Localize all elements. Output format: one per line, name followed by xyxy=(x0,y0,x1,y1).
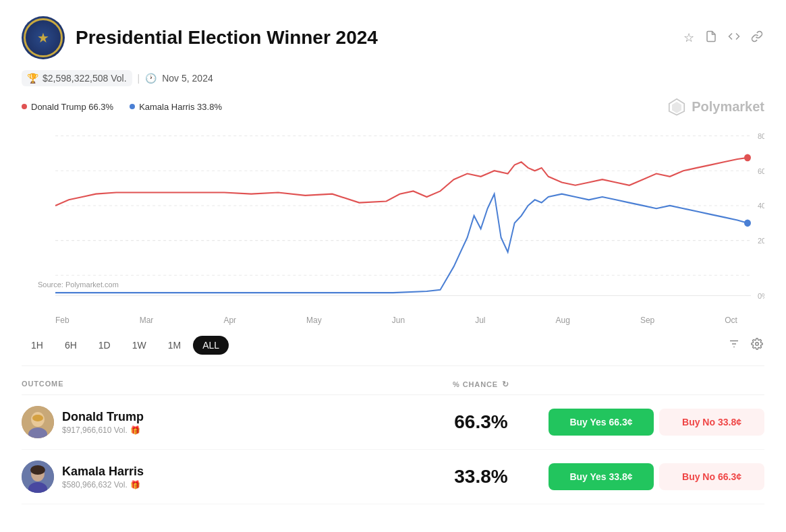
chart-source: Source: Polymarket.com xyxy=(35,279,121,290)
outcomes-table: OUTCOME % CHANCE ↻ Donald Trump $917,966… xyxy=(22,380,764,504)
page-title: Presidential Election Winner 2024 xyxy=(76,27,378,49)
svg-text:40%: 40% xyxy=(758,202,764,210)
svg-text:60%: 60% xyxy=(758,167,764,175)
x-axis: Feb Mar Apr May Jun Jul Aug Sep Oct xyxy=(22,316,764,325)
trump-chance: 66.3% xyxy=(414,411,549,433)
trump-avatar xyxy=(22,406,54,438)
harris-avatar xyxy=(22,461,54,493)
filter-icon[interactable] xyxy=(727,336,741,355)
x-label-may: May xyxy=(306,316,322,325)
col-header-outcome: OUTCOME xyxy=(22,380,414,389)
trump-buy-yes-button[interactable]: Buy Yes 66.3¢ xyxy=(549,409,654,436)
trump-buy-no-button[interactable]: Buy No 33.8¢ xyxy=(659,409,764,436)
x-label-sep: Sep xyxy=(640,316,654,325)
trump-action-buttons: Buy Yes 66.3¢ Buy No 33.8¢ xyxy=(549,409,764,436)
x-label-mar: Mar xyxy=(140,316,154,325)
svg-point-22 xyxy=(32,415,43,421)
election-logo xyxy=(22,16,65,59)
harris-candidate-info: Kamala Harris $580,966,632 Vol. 🎁 xyxy=(22,461,414,493)
volume-badge: 🏆 $2,598,322,508 Vol. xyxy=(22,70,132,86)
trump-name: Donald Trump xyxy=(62,410,144,424)
settings-icon[interactable] xyxy=(750,336,764,355)
trump-dot xyxy=(22,104,27,109)
x-label-apr: Apr xyxy=(223,316,236,325)
header-actions: ☆ xyxy=(682,29,764,47)
time-btn-1d[interactable]: 1D xyxy=(89,336,120,355)
outcome-row-harris: Kamala Harris $580,966,632 Vol. 🎁 33.8% … xyxy=(22,450,764,504)
harris-buy-yes-button[interactable]: Buy Yes 33.8¢ xyxy=(549,463,654,490)
svg-marker-1 xyxy=(672,102,681,113)
harris-legend-label: Kamala Harris 33.8% xyxy=(139,102,222,112)
x-label-aug: Aug xyxy=(556,316,570,325)
refresh-icon[interactable]: ↻ xyxy=(502,380,509,389)
time-btn-1h[interactable]: 1H xyxy=(22,336,53,355)
x-label-oct: Oct xyxy=(725,316,737,325)
trump-details: Donald Trump $917,966,610 Vol. 🎁 xyxy=(62,410,144,435)
svg-text:80%: 80% xyxy=(758,131,764,140)
time-btn-6h[interactable]: 6H xyxy=(55,336,86,355)
price-chart: 80% 60% 40% 20% 0% xyxy=(22,121,764,310)
harris-details: Kamala Harris $580,966,632 Vol. 🎁 xyxy=(62,465,144,490)
x-label-feb: Feb xyxy=(55,316,69,325)
trump-volume: $917,966,610 Vol. 🎁 xyxy=(62,425,144,435)
polymarket-logo: Polymarket xyxy=(667,97,764,116)
svg-point-26 xyxy=(30,465,45,475)
harris-dot xyxy=(130,104,135,109)
legend-trump: Donald Trump 66.3% xyxy=(22,102,113,112)
x-label-jun: Jun xyxy=(392,316,405,325)
gift-icon-2: 🎁 xyxy=(130,480,140,490)
col-header-chance: % CHANCE ↻ xyxy=(414,380,549,389)
meta-row: 🏆 $2,598,322,508 Vol. | 🕐 Nov 5, 2024 xyxy=(22,70,764,86)
time-btn-1m[interactable]: 1M xyxy=(159,336,190,355)
svg-text:0%: 0% xyxy=(758,291,764,299)
chart-control-icons xyxy=(727,336,764,355)
harris-volume: $580,966,632 Vol. 🎁 xyxy=(62,480,144,490)
trump-legend-label: Donald Trump 66.3% xyxy=(31,102,113,112)
harris-name: Kamala Harris xyxy=(62,465,144,479)
link-icon[interactable] xyxy=(750,29,764,47)
col-header-actions xyxy=(549,380,764,389)
outcome-row-trump: Donald Trump $917,966,610 Vol. 🎁 66.3% B… xyxy=(22,395,764,450)
x-label-jul: Jul xyxy=(475,316,485,325)
time-btn-1w[interactable]: 1W xyxy=(123,336,156,355)
svg-point-13 xyxy=(744,154,751,161)
star-icon[interactable]: ☆ xyxy=(682,29,696,47)
code-icon[interactable] xyxy=(727,29,741,47)
outcomes-header: OUTCOME % CHANCE ↻ xyxy=(22,380,764,395)
svg-point-18 xyxy=(756,342,759,345)
trophy-icon: 🏆 xyxy=(27,73,38,84)
page-header: Presidential Election Winner 2024 ☆ xyxy=(22,16,764,59)
clock-icon: 🕐 xyxy=(145,73,157,84)
harris-chance: 33.8% xyxy=(414,466,549,487)
document-icon[interactable] xyxy=(704,29,719,47)
time-btn-all[interactable]: ALL xyxy=(193,336,229,355)
svg-point-14 xyxy=(744,219,751,227)
chart-container: 80% 60% 40% 20% 0% Source: Polymarket.co… xyxy=(22,121,764,310)
harris-action-buttons: Buy Yes 33.8¢ Buy No 66.3¢ xyxy=(549,463,764,490)
legend-harris: Kamala Harris 33.8% xyxy=(130,102,222,112)
volume-text: $2,598,322,508 Vol. xyxy=(43,73,127,84)
trump-candidate-info: Donald Trump $917,966,610 Vol. 🎁 xyxy=(22,406,414,438)
gift-icon: 🎁 xyxy=(130,425,140,435)
svg-text:20%: 20% xyxy=(758,237,764,245)
legend-row: Donald Trump 66.3% Kamala Harris 33.8% P… xyxy=(22,97,764,116)
polymarket-label: Polymarket xyxy=(692,99,764,115)
time-controls: 1H 6H 1D 1W 1M ALL xyxy=(22,336,764,366)
date-text: Nov 5, 2024 xyxy=(162,73,213,84)
harris-buy-no-button[interactable]: Buy No 66.3¢ xyxy=(659,463,764,490)
